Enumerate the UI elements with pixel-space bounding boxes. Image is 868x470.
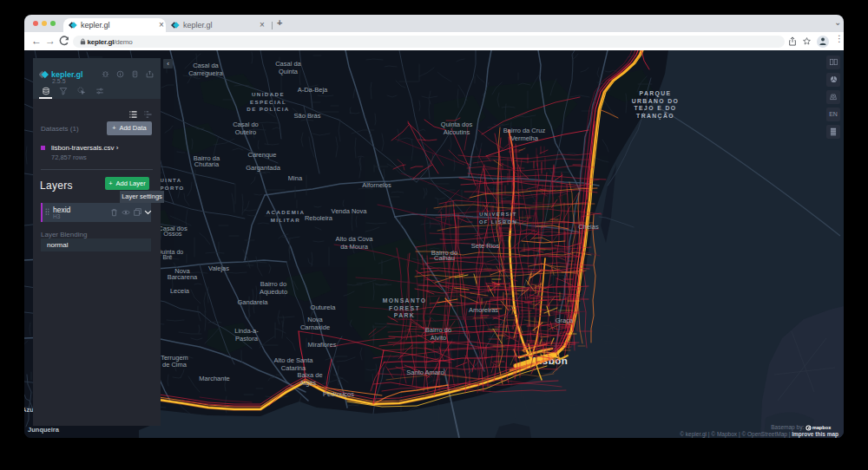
svg-text:Amoreiras: Amoreiras <box>469 306 498 314</box>
svg-text:Nova: Nova <box>307 316 323 323</box>
svg-text:Casal da: Casal da <box>193 62 219 69</box>
svg-text:Chutaria: Chutaria <box>194 160 220 168</box>
svg-text:PARQUE: PARQUE <box>640 90 672 97</box>
svg-text:Alto de Santa: Alto de Santa <box>273 356 313 364</box>
svg-text:Graça: Graça <box>556 317 574 324</box>
svg-text:Alfornelos: Alfornelos <box>362 181 391 189</box>
svg-text:São Brás: São Brás <box>294 112 321 120</box>
svg-text:Bairro do: Bairro do <box>260 280 286 288</box>
svg-text:ACADEMIA: ACADEMIA <box>266 209 306 215</box>
svg-text:TRANÇÃO: TRANÇÃO <box>636 112 674 120</box>
svg-text:Ossos: Ossos <box>163 230 182 238</box>
svg-text:da Moura: da Moura <box>340 243 369 251</box>
svg-text:PARK: PARK <box>394 312 415 318</box>
svg-text:Carregueira: Carregueira <box>188 69 223 77</box>
svg-text:Brê: Brê <box>163 254 173 260</box>
svg-text:ESPECIAL: ESPECIAL <box>250 99 286 105</box>
svg-text:Alto da Cova: Alto da Cova <box>336 235 374 243</box>
svg-text:Barcarena: Barcarena <box>168 273 198 281</box>
svg-text:Carenque: Carenque <box>248 151 277 159</box>
svg-text:Marchante: Marchante <box>199 375 229 382</box>
svg-text:Chelas: Chelas <box>578 223 599 231</box>
svg-text:Outeiro: Outeiro <box>235 128 257 136</box>
svg-text:mapbox: mapbox <box>812 425 832 430</box>
svg-text:Calhau: Calhau <box>434 254 455 262</box>
svg-text:URBANO DO: URBANO DO <box>632 98 680 104</box>
svg-text:DE POLICIA: DE POLICIA <box>247 106 289 112</box>
svg-text:UNIVERSIT: UNIVERSIT <box>479 212 517 217</box>
svg-text:Vermelha: Vermelha <box>510 134 539 142</box>
svg-text:Bairro da Cruz: Bairro da Cruz <box>503 127 546 134</box>
svg-text:Santo Amaro: Santo Amaro <box>406 369 444 376</box>
svg-text:Casal da: Casal da <box>275 60 301 68</box>
svg-text:Quinta dos: Quinta dos <box>441 121 473 128</box>
svg-text:Sete Rios: Sete Rios <box>471 242 500 250</box>
svg-text:Bairro do: Bairro do <box>425 326 451 334</box>
svg-text:Quinta: Quinta <box>279 68 299 75</box>
svg-text:Gandarela: Gandarela <box>237 298 268 306</box>
svg-text:Carnaxide: Carnaxide <box>300 323 330 331</box>
svg-text:Baixa de: Baixa de <box>297 371 322 379</box>
svg-text:Aqueduto: Aqueduto <box>260 288 287 296</box>
svg-text:Leceia: Leceia <box>170 287 190 295</box>
svg-text:Mina: Mina <box>288 174 303 182</box>
svg-text:Outurela: Outurela <box>311 304 337 311</box>
svg-text:Venda Nova: Venda Nova <box>332 207 368 215</box>
svg-text:TEJO E DO: TEJO E DO <box>635 105 677 111</box>
svg-text:A-Da-Beja: A-Da-Beja <box>298 86 328 94</box>
svg-text:MONSANTO: MONSANTO <box>383 297 427 304</box>
svg-text:Gargantada: Gargantada <box>246 164 280 172</box>
svg-text:Alcoutins: Alcoutins <box>444 128 470 136</box>
svg-text:Casal do: Casal do <box>233 121 259 128</box>
svg-text:Valejas: Valejas <box>208 264 229 272</box>
svg-text:MILITAR: MILITAR <box>271 217 300 223</box>
svg-text:Pedrouços: Pedrouços <box>323 390 354 398</box>
svg-text:FOREST: FOREST <box>389 305 420 311</box>
svg-text:OF LISBON: OF LISBON <box>479 219 517 225</box>
svg-text:Linda-a-: Linda-a- <box>234 327 259 335</box>
svg-text:Pastora: Pastora <box>235 335 259 343</box>
svg-text:Reboleira: Reboleira <box>305 214 333 222</box>
svg-text:Alvito: Alvito <box>431 334 446 342</box>
svg-text:Algés: Algés <box>300 379 317 387</box>
svg-text:UNIDADE: UNIDADE <box>252 91 285 97</box>
svg-text:de Cima: de Cima <box>162 361 187 369</box>
svg-text:Miraflores: Miraflores <box>308 341 337 349</box>
